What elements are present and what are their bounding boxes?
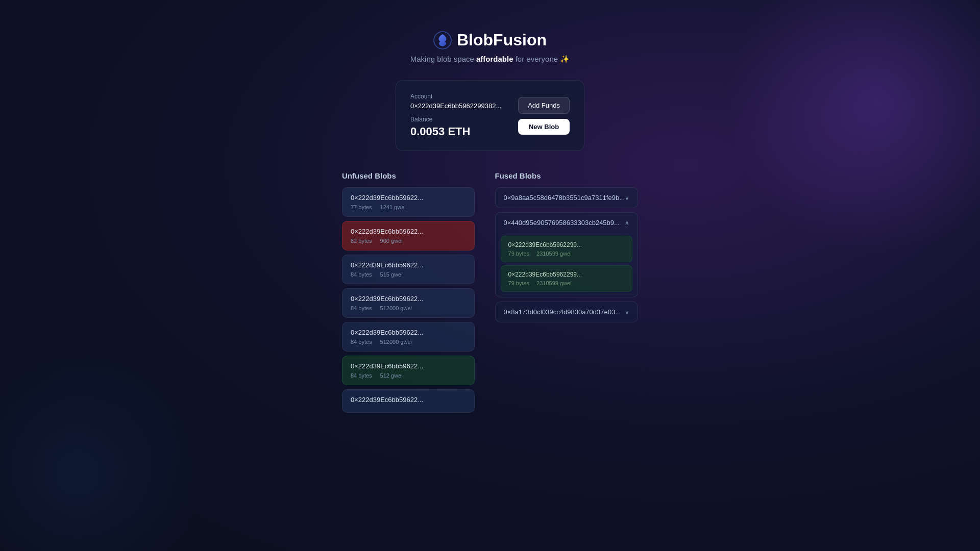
blob-hash: 0×222d39Ec6bb59622... (351, 228, 466, 235)
list-item[interactable]: 0×222d39Ec6bb59622... 77 bytes 1241 gwei (342, 187, 475, 217)
balance-value: 0.0053 ETH (410, 125, 508, 138)
add-funds-button[interactable]: Add Funds (518, 97, 570, 114)
fused-group: 0×440d95e90576958633303cb245b9... ∧ 0×22… (495, 212, 638, 297)
list-item[interactable]: 0×222d39Ec6bb59622... 84 bytes 512000 gw… (342, 288, 475, 318)
new-blob-button[interactable]: New Blob (518, 119, 570, 135)
blob-meta: 84 bytes 512 gwei (351, 372, 466, 379)
fused-group-header[interactable]: 0×9a8aa5c58d6478b3551c9a7311fe9b... ∨ (496, 188, 638, 208)
account-address: 0×222d39Ec6bb5962299382... (410, 102, 508, 110)
logo-row: BlobFusion (433, 31, 547, 49)
list-item[interactable]: 0×222d39Ec6bb59622... 84 bytes 512000 gw… (342, 322, 475, 352)
unfused-blobs-title: Unfused Blobs (342, 171, 475, 180)
account-card: Account 0×222d39Ec6bb5962299382... Balan… (396, 80, 584, 151)
chevron-down-icon: ∨ (625, 194, 629, 202)
blob-hash: 0×222d39Ec6bb59622... (351, 261, 466, 269)
unfused-blob-list: 0×222d39Ec6bb59622... 77 bytes 1241 gwei… (342, 187, 475, 413)
unfused-blobs-column: Unfused Blobs 0×222d39Ec6bb59622... 77 b… (342, 171, 475, 413)
blob-meta: 84 bytes 515 gwei (351, 271, 466, 278)
page-wrapper: BlobFusion Making blob space affordable … (0, 0, 980, 413)
chevron-down-icon: ∨ (625, 309, 629, 316)
blob-hash: 0×222d39Ec6bb59622... (351, 295, 466, 303)
blob-meta: 77 bytes 1241 gwei (351, 204, 466, 210)
fused-inner-hash: 0×222d39Ec6bb5962299... (508, 241, 625, 248)
list-item[interactable]: 0×222d39Ec6bb5962299... 79 bytes 2310599… (501, 236, 632, 262)
list-item[interactable]: 0×222d39Ec6bb59622... 84 bytes 512 gwei (342, 356, 475, 385)
main-content: Unfused Blobs 0×222d39Ec6bb59622... 77 b… (342, 171, 638, 413)
blob-meta: 84 bytes 512000 gwei (351, 305, 466, 311)
blob-hash: 0×222d39Ec6bb59622... (351, 329, 466, 336)
fused-group-hash: 0×9a8aa5c58d6478b3551c9a7311fe9b... (504, 194, 625, 202)
blob-meta: 82 bytes 900 gwei (351, 238, 466, 244)
fused-group: 0×9a8aa5c58d6478b3551c9a7311fe9b... ∨ (495, 187, 638, 208)
list-item[interactable]: 0×222d39Ec6bb59622... 84 bytes 515 gwei (342, 255, 475, 284)
account-buttons: Add Funds New Blob (518, 97, 570, 135)
fused-inner-meta: 79 bytes 2310599 gwei (508, 251, 625, 257)
fused-inner-hash: 0×222d39Ec6bb5962299... (508, 271, 625, 278)
list-item[interactable]: 0×222d39Ec6bb59622... 82 bytes 900 gwei (342, 221, 475, 251)
chevron-up-icon: ∧ (625, 219, 629, 227)
list-item[interactable]: 0×222d39Ec6bb59622... (342, 389, 475, 413)
app-title: BlobFusion (457, 31, 547, 49)
blob-hash: 0×222d39Ec6bb59622... (351, 362, 466, 370)
list-item[interactable]: 0×222d39Ec6bb5962299... 79 bytes 2310599… (501, 265, 632, 292)
fused-group: 0×8a173d0cf039cc4d9830a70d37e03... ∨ (495, 302, 638, 322)
blob-hash: 0×222d39Ec6bb59622... (351, 194, 466, 202)
fused-group-hash: 0×440d95e90576958633303cb245b9... (504, 219, 620, 227)
logo-icon (433, 31, 452, 49)
tagline: Making blob space affordable for everyon… (410, 55, 570, 64)
blob-meta: 84 bytes 512000 gwei (351, 339, 466, 345)
balance-label: Balance (410, 116, 508, 123)
fused-blobs-column: Fused Blobs 0×9a8aa5c58d6478b3551c9a7311… (495, 171, 638, 413)
fused-group-header[interactable]: 0×8a173d0cf039cc4d9830a70d37e03... ∨ (496, 302, 638, 322)
blob-hash: 0×222d39Ec6bb59622... (351, 396, 466, 404)
account-label: Account (410, 93, 508, 100)
header: BlobFusion Making blob space affordable … (410, 31, 570, 64)
fused-blob-list: 0×9a8aa5c58d6478b3551c9a7311fe9b... ∨ 0×… (495, 187, 638, 322)
fused-group-header[interactable]: 0×440d95e90576958633303cb245b9... ∧ (496, 213, 638, 233)
fused-group-body: 0×222d39Ec6bb5962299... 79 bytes 2310599… (496, 233, 638, 297)
account-info: Account 0×222d39Ec6bb5962299382... Balan… (410, 93, 508, 138)
fused-blobs-title: Fused Blobs (495, 171, 638, 180)
fused-group-hash: 0×8a173d0cf039cc4d9830a70d37e03... (504, 308, 621, 316)
fused-inner-meta: 79 bytes 2310599 gwei (508, 280, 625, 286)
